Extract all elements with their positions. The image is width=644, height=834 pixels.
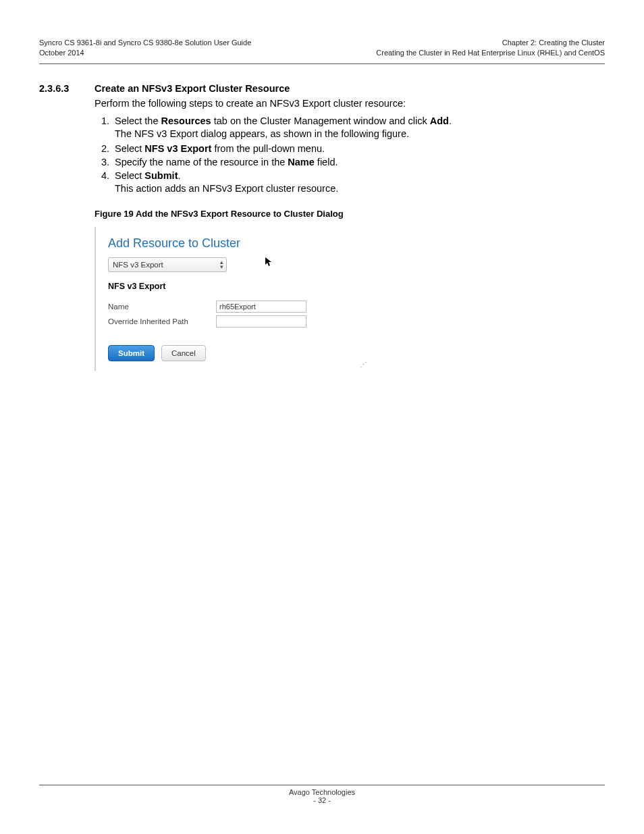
- override-path-label: Override Inherited Path: [108, 317, 216, 325]
- cursor-icon: [265, 257, 273, 269]
- steps-list: Select the Resources tab on the Cluster …: [95, 115, 605, 194]
- header-date: October 2014: [39, 48, 251, 58]
- step-4: Select Submit. This action adds an NFSv3…: [112, 170, 605, 194]
- figure-caption: Figure 19 Add the NFSv3 Export Resource …: [95, 209, 605, 219]
- cancel-button[interactable]: Cancel: [161, 345, 206, 361]
- step-2: Select NFS v3 Export from the pull-down …: [112, 143, 605, 154]
- section-intro: Perform the following steps to create an…: [95, 98, 605, 109]
- chevron-updown-icon: ▴▾: [220, 260, 223, 269]
- step-1: Select the Resources tab on the Cluster …: [112, 115, 605, 139]
- step-1-sub: The NFS v3 Export dialog appears, as sho…: [115, 128, 605, 139]
- page-footer: Avago Technologies - 32 -: [39, 785, 605, 804]
- section-number: 2.3.6.3: [39, 83, 78, 371]
- footer-company: Avago Technologies: [39, 788, 605, 796]
- footer-page-number: - 32 -: [39, 796, 605, 804]
- page-header: Syncro CS 9361-8i and Syncro CS 9380-8e …: [39, 38, 605, 58]
- header-doc-title: Syncro CS 9361-8i and Syncro CS 9380-8e …: [39, 38, 251, 48]
- header-rule: [39, 63, 605, 64]
- section-title: Create an NFSv3 Export Cluster Resource: [95, 83, 605, 94]
- name-label: Name: [108, 303, 216, 311]
- header-chapter: Chapter 2: Creating the Cluster: [376, 38, 605, 48]
- step-4-sub: This action adds an NFSv3 Export cluster…: [115, 183, 605, 194]
- submit-button[interactable]: Submit: [108, 345, 155, 361]
- dialog-add-resource: Add Resource to Cluster NFS v3 Export ▴▾…: [95, 227, 369, 371]
- name-input[interactable]: [216, 301, 306, 313]
- header-subchapter: Creating the Cluster in Red Hat Enterpri…: [376, 48, 605, 58]
- resource-type-dropdown[interactable]: NFS v3 Export ▴▾: [108, 257, 227, 272]
- group-label: NFS v3 Export: [108, 282, 359, 291]
- dialog-title: Add Resource to Cluster: [108, 236, 359, 251]
- footer-rule: [39, 785, 605, 785]
- resize-handle-icon[interactable]: ⋰: [360, 361, 367, 369]
- dropdown-value: NFS v3 Export: [113, 261, 163, 269]
- override-path-input[interactable]: [216, 315, 306, 328]
- step-3: Specify the name of the resource in the …: [112, 157, 605, 167]
